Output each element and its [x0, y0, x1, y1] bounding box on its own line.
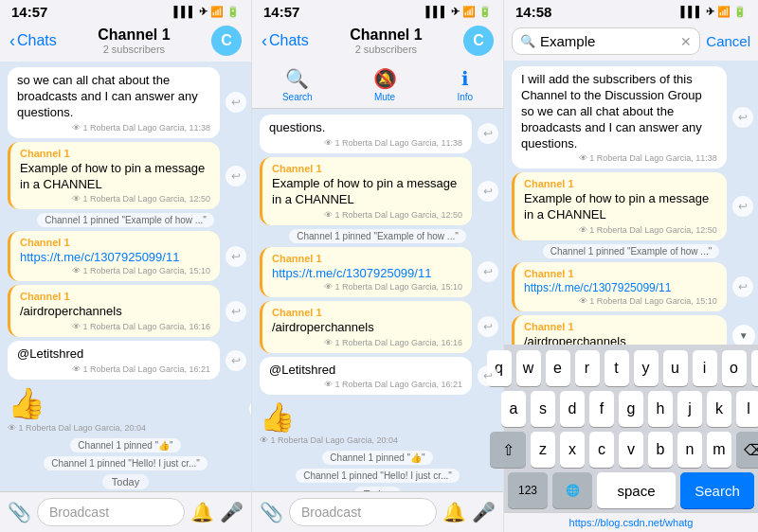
forward-icon[interactable]: ↩ [478, 365, 498, 386]
cancel-search-button[interactable]: Cancel [706, 33, 750, 49]
forward-icon[interactable]: ↩ [478, 316, 498, 337]
list-item: @Letitshred 👁 1 Roberta Dal Lago Garcia,… [8, 341, 220, 380]
mute-toolbar-button[interactable]: 🔕 Mute [373, 67, 397, 102]
msg-text: /airdroperchannels [272, 320, 462, 336]
list-item: Channel 1 Example of how to pin a messag… [8, 142, 220, 210]
key-r[interactable]: r [575, 350, 600, 386]
key-m[interactable]: m [707, 432, 731, 468]
key-i[interactable]: i [693, 350, 717, 386]
broadcast-input-2[interactable]: Broadcast [289, 498, 437, 526]
system-message: Channel 1 pinned "Example of how ..." [543, 244, 720, 258]
info-toolbar-button[interactable]: ℹ Info [457, 67, 473, 102]
bell-icon[interactable]: 🔔 [190, 501, 214, 523]
key-e[interactable]: e [546, 350, 570, 386]
key-u[interactable]: u [663, 350, 688, 386]
key-z[interactable]: z [531, 432, 555, 468]
msg-meta: 👁 1 Roberta Dal Lago Garcia, 12:50 [20, 194, 210, 204]
forward-icon[interactable]: ↩ [226, 246, 246, 267]
chat-header-2: ‹ Chats Channel 1 2 subscribers C [252, 22, 503, 62]
panel-2: 14:57 ▌▌▌ ✈ 📶 🔋 ‹ Chats Channel 1 2 subs… [252, 0, 504, 532]
status-bar-2: 14:57 ▌▌▌ ✈ 📶 🔋 [252, 0, 503, 22]
channel-title-2: Channel 1 [350, 27, 422, 44]
status-bar-1: 14:57 ▌▌▌ ✈ 📶 🔋 [0, 0, 251, 22]
numbers-key[interactable]: 123 [508, 472, 548, 508]
list-item: Channel 1 Example of how to pin a messag… [512, 172, 727, 240]
broadcast-input-1[interactable]: Broadcast [37, 498, 185, 526]
status-icons-2: ▌▌▌ ✈ 📶 🔋 [425, 6, 492, 18]
attachment-icon[interactable]: 📎 [8, 501, 31, 523]
key-g[interactable]: g [619, 391, 643, 427]
list-item: Channel 1 https://t.me/c/1307925099/11 👁… [260, 247, 472, 297]
clear-search-button[interactable]: ✕ [680, 34, 692, 49]
key-b[interactable]: b [648, 432, 673, 468]
key-h[interactable]: h [648, 391, 673, 427]
key-a[interactable]: a [501, 391, 526, 427]
key-p[interactable]: p [751, 350, 759, 386]
forward-icon[interactable]: ↩ [732, 196, 753, 217]
forward-icon[interactable]: ↩ [226, 92, 246, 113]
bell-icon[interactable]: 🔔 [442, 501, 466, 523]
forward-icon[interactable]: ↩ [226, 301, 246, 322]
key-j[interactable]: j [677, 391, 702, 427]
mic-icon[interactable]: 🎤 [220, 501, 244, 523]
back-button-2[interactable]: ‹ Chats [262, 31, 309, 51]
msg-link[interactable]: https://t.me/c/1307925099/11 [272, 266, 462, 280]
msg-meta: 👁 1 Roberta Dal Lago Garcia, 16:16 [272, 338, 462, 347]
back-label-2[interactable]: Chats [269, 32, 309, 49]
system-message: Channel 1 pinned "Example of how ..." [37, 213, 214, 227]
key-t[interactable]: t [605, 350, 629, 386]
msg-meta: 👁 1 Roberta Dal Lago Garcia, 15:10 [20, 266, 210, 275]
key-d[interactable]: d [560, 391, 585, 427]
key-o[interactable]: o [722, 350, 747, 386]
chevron-left-icon: ‹ [262, 31, 267, 51]
key-f[interactable]: f [589, 391, 614, 427]
messages-2: questions. 👁 1 Roberta Dal Lago Garcia, … [252, 109, 503, 491]
search-bar: 🔍 Example ✕ Cancel [504, 22, 758, 61]
expand-button[interactable]: ▼ [732, 325, 755, 345]
msg-link[interactable]: https://t.me/c/1307925099/11 [524, 281, 717, 294]
search-key[interactable]: Search [680, 472, 754, 508]
key-l[interactable]: l [736, 391, 758, 427]
msg-text: Example of how to pin a message in a CHA… [524, 191, 717, 223]
channel-label: Channel 1 [20, 237, 210, 248]
back-button-1[interactable]: ‹ Chats [9, 31, 57, 51]
system-message: Channel 1 pinned "Example of how ..." [289, 229, 466, 243]
mic-icon[interactable]: 🎤 [472, 501, 496, 523]
key-v[interactable]: v [619, 432, 643, 468]
forward-icon[interactable]: ↩ [732, 276, 753, 297]
key-y[interactable]: y [634, 350, 659, 386]
today-label: Today [102, 474, 149, 489]
space-key[interactable]: space [597, 472, 676, 508]
key-c[interactable]: c [589, 432, 614, 468]
forward-icon[interactable]: ↩ [226, 166, 246, 186]
system-message: Channel 1 pinned "👍" [70, 438, 180, 452]
key-k[interactable]: k [707, 391, 731, 427]
globe-key[interactable]: 🌐 [552, 472, 592, 508]
search-toolbar-button[interactable]: 🔍 Search [282, 67, 313, 102]
panel-3: 14:58 ▌▌▌ ✈ 📶 🔋 🔍 Example ✕ Cancel I wil… [504, 0, 758, 532]
back-label-1[interactable]: Chats [17, 32, 57, 49]
key-n[interactable]: n [677, 432, 702, 468]
key-x[interactable]: x [560, 432, 585, 468]
forward-icon[interactable]: ↩ [226, 350, 246, 371]
keyboard: q w e r t y u i o p a s d f g h j k l ⇧ … [504, 345, 758, 512]
backspace-key[interactable]: ⌫ [736, 432, 758, 468]
list-item: Channel 1 /airdroperchannels ▼ [512, 315, 727, 345]
forward-icon[interactable]: ↩ [732, 107, 753, 128]
channel-info-1: Channel 1 2 subscribers [98, 27, 170, 55]
msg-link[interactable]: https://t.me/c/1307925099/11 [20, 250, 210, 264]
forward-icon[interactable]: ↩ [249, 399, 251, 419]
avatar-1[interactable]: C [211, 26, 242, 56]
input-bar-1: 📎 Broadcast 🔔 🎤 [0, 491, 251, 532]
key-w[interactable]: w [516, 350, 541, 386]
avatar-2[interactable]: C [463, 26, 494, 56]
forward-icon[interactable]: ↩ [478, 261, 498, 282]
time-2: 14:57 [263, 4, 299, 20]
attachment-icon[interactable]: 📎 [260, 501, 283, 523]
forward-icon[interactable]: ↩ [478, 181, 498, 202]
search-input[interactable]: Example [540, 33, 676, 49]
msg-text: Example of how to pin a message in a CHA… [272, 176, 462, 208]
search-input-box[interactable]: 🔍 Example ✕ [512, 27, 700, 55]
key-s[interactable]: s [531, 391, 555, 427]
forward-icon[interactable]: ↩ [478, 123, 498, 144]
